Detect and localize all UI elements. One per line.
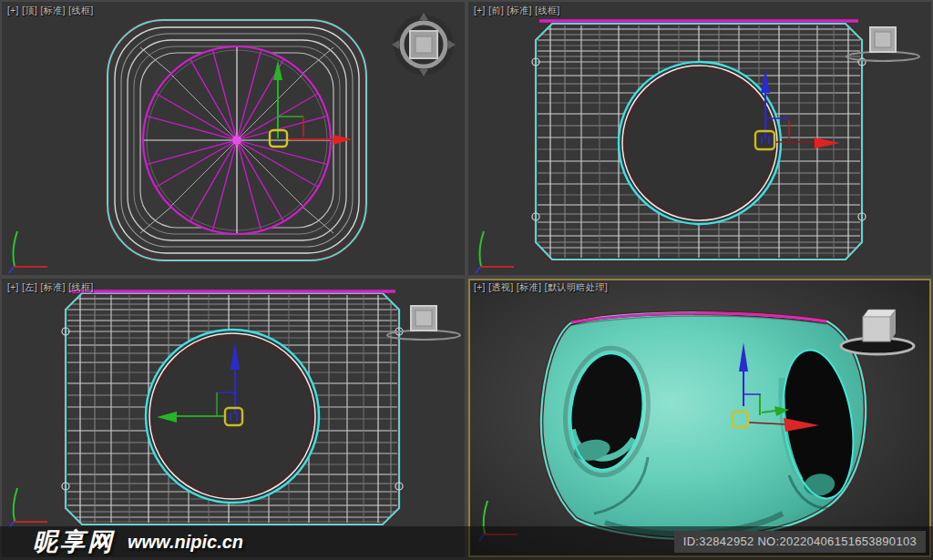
perspective-canvas[interactable] <box>468 279 931 557</box>
pot-object-shaded[interactable] <box>541 312 866 539</box>
watermark-site-name: 昵享网 <box>33 525 115 558</box>
watermark-bar: 昵享网 www.nipic.cn ID:32842952 NO:20220406… <box>0 526 933 557</box>
viewport-left-label[interactable]: [+] [左] [标准] [线框] <box>7 281 94 294</box>
world-axis-tripod-icon <box>9 488 47 528</box>
watermark-site-url: www.nipic.cn <box>128 532 243 553</box>
world-axis-tripod-icon <box>476 231 514 273</box>
viewcube-icon[interactable] <box>392 13 456 76</box>
spoke-center <box>232 136 241 145</box>
viewport-perspective-label[interactable]: [+] [透视] [标准] [默认明暗处理] <box>474 281 608 294</box>
viewport-top-label[interactable]: [+] [顶] [标准] [线框] <box>7 5 94 17</box>
viewport-left[interactable]: [+] [左] [标准] [线框] <box>2 279 465 557</box>
front-view-canvas[interactable] <box>468 2 931 275</box>
top-view-canvas[interactable] <box>2 2 465 275</box>
world-axis-tripod-icon <box>9 231 47 273</box>
viewport-top[interactable]: [+] [顶] [标准] [线框] <box>2 2 465 275</box>
max-viewport-grid: [+] [顶] [标准] [线框] <box>0 0 933 560</box>
viewport-perspective[interactable]: [+] [透视] [标准] [默认明暗处理] <box>468 279 931 557</box>
viewport-front[interactable]: [+] [前] [标准] [线框] <box>468 2 931 275</box>
left-view-canvas[interactable] <box>2 279 465 557</box>
viewport-front-label[interactable]: [+] [前] [标准] [线框] <box>474 5 560 17</box>
watermark-id-text: ID:32842952 NO:20220406151653890103 <box>674 531 926 553</box>
